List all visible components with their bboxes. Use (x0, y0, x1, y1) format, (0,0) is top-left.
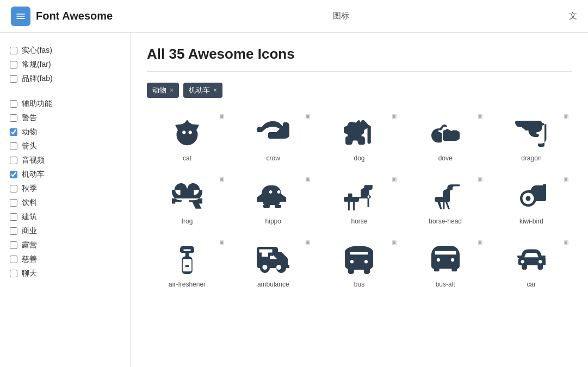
copy-hint-bus-alt: ▣ (478, 239, 482, 245)
icon-cell-frog[interactable]: ▣ frog (147, 174, 227, 232)
icon-car (514, 242, 549, 277)
icon-dove (428, 116, 463, 151)
icon-label-dragon: dragon (521, 154, 541, 162)
logo: Font Awesome (11, 7, 113, 26)
checkbox-charity[interactable] (10, 256, 17, 263)
sidebar-item-far[interactable]: 常规(far) (9, 58, 121, 72)
icon-cell-dove[interactable]: ▣ dove (405, 111, 486, 169)
label-arrow: 箭头 (22, 141, 37, 151)
icon-ambulance (256, 242, 290, 277)
copy-hint-horse: ▣ (392, 176, 397, 182)
app-title: Font Awesome (36, 10, 113, 22)
sidebar-item-accessibility[interactable]: 辅助功能 (9, 97, 121, 111)
checkbox-camping[interactable] (10, 241, 17, 249)
header: Font Awesome 图标 文 (0, 0, 588, 33)
sidebar-item-charity[interactable]: 慈善 (9, 252, 121, 266)
icon-cell-kiwi-bird[interactable]: ▣ kiwi-bird (491, 174, 572, 232)
checkbox-fas[interactable] (10, 47, 17, 54)
main-content: All 35 Awesome Icons 动物 × 机动车 × ▣ (131, 33, 588, 367)
icon-cat (170, 116, 205, 151)
sidebar-item-av[interactable]: 音视频 (9, 153, 121, 167)
label-building: 建筑 (22, 212, 37, 222)
sidebar-item-drink[interactable]: 饮料 (9, 196, 121, 210)
icon-cell-ambulance[interactable]: ▣ ambulance (233, 237, 313, 295)
icon-label-crow: crow (267, 154, 280, 162)
icon-frog (170, 179, 205, 214)
icon-label-horse-head: horse-head (429, 217, 462, 225)
icon-cell-car[interactable]: ▣ car (491, 237, 572, 295)
checkbox-far[interactable] (10, 61, 17, 69)
tag-animal[interactable]: 动物 × (147, 83, 179, 98)
checkbox-chat[interactable] (10, 270, 17, 277)
icon-bus-alt (428, 242, 463, 277)
tag-animal-close[interactable]: × (170, 86, 174, 94)
tag-vehicle[interactable]: 机动车 × (183, 83, 222, 98)
nav-icons[interactable]: 图标 (327, 8, 355, 24)
icon-horse (342, 179, 376, 214)
checkbox-building[interactable] (10, 213, 17, 221)
tag-vehicle-close[interactable]: × (213, 86, 217, 94)
checkbox-fab[interactable] (10, 75, 17, 83)
sidebar-item-fas[interactable]: 实心(fas) (9, 43, 121, 58)
icon-dragon (514, 116, 549, 151)
sidebar-item-autumn[interactable]: 秋季 (9, 182, 121, 196)
checkbox-arrow[interactable] (10, 142, 17, 150)
label-far: 常规(far) (22, 60, 51, 70)
checkbox-alert[interactable] (10, 114, 17, 122)
icon-cell-cat[interactable]: ▣ cat (147, 111, 227, 169)
icon-cell-bus[interactable]: ▣ bus (319, 237, 399, 295)
icon-cell-dog[interactable]: ▣ dog (319, 111, 399, 169)
icon-label-bus: bus (354, 281, 364, 288)
tag-vehicle-label: 机动车 (189, 85, 210, 95)
icon-label-hippo: hippo (265, 217, 281, 225)
tag-animal-label: 动物 (152, 85, 166, 95)
copy-hint-frog: ▣ (219, 176, 224, 182)
label-alert: 警告 (22, 113, 37, 123)
icon-crow (256, 116, 290, 151)
copy-hint-horse-head: ▣ (478, 176, 482, 182)
sidebar-item-building[interactable]: 建筑 (9, 210, 121, 224)
header-right[interactable]: 文 (569, 11, 577, 21)
sidebar-item-fab[interactable]: 品牌(fab) (9, 72, 121, 86)
copy-hint-dog: ▣ (392, 113, 397, 119)
icon-cell-crow[interactable]: ▣ crow (233, 111, 313, 169)
sidebar-item-arrow[interactable]: 箭头 (9, 139, 121, 153)
sidebar-item-chat[interactable]: 聊天 (9, 266, 121, 281)
copy-hint-cat: ▣ (219, 113, 224, 119)
icon-label-ambulance: ambulance (257, 281, 289, 288)
icon-horse-head (428, 179, 463, 214)
icons-grid: ▣ cat ▣ crow ▣ (147, 111, 572, 295)
icon-cell-horse-head[interactable]: ▣ horse-head (405, 174, 486, 232)
checkbox-vehicle[interactable] (10, 171, 17, 178)
label-business: 商业 (22, 226, 37, 236)
icon-dog (342, 116, 376, 151)
sidebar-item-animal[interactable]: 动物 (9, 125, 121, 139)
icon-air-freshener (170, 242, 205, 277)
sidebar-item-alert[interactable]: 警告 (9, 111, 121, 125)
style-filter-group: 实心(fas) 常规(far) 品牌(fab) (9, 43, 121, 86)
copy-hint-dove: ▣ (478, 113, 482, 119)
sidebar-item-vehicle[interactable]: 机动车 (9, 167, 121, 182)
icon-cell-bus-alt[interactable]: ▣ bus-alt (405, 237, 486, 295)
checkbox-business[interactable] (10, 227, 17, 235)
checkbox-drink[interactable] (10, 199, 17, 207)
checkbox-animal[interactable] (10, 128, 17, 136)
icon-cell-horse[interactable]: ▣ horse (319, 174, 399, 232)
icon-cell-hippo[interactable]: ▣ hippo (233, 174, 313, 232)
icon-cell-air-freshener[interactable]: ▣ air-freshener (147, 237, 227, 295)
icon-label-horse: horse (351, 217, 367, 225)
icon-cell-dragon[interactable]: ▣ dragon (491, 111, 572, 169)
sidebar-item-camping[interactable]: 露营 (9, 238, 121, 252)
checkbox-autumn[interactable] (10, 185, 17, 192)
label-animal: 动物 (22, 127, 37, 137)
checkbox-accessibility[interactable] (10, 100, 17, 108)
copy-hint-kiwi-bird: ▣ (564, 176, 568, 182)
copy-hint-crow: ▣ (305, 113, 310, 119)
main-layout: 实心(fas) 常规(far) 品牌(fab) 辅助功能 警告 动物 (0, 33, 588, 367)
icon-label-bus-alt: bus-alt (436, 281, 455, 288)
sidebar-item-business[interactable]: 商业 (9, 224, 121, 238)
icon-label-air-freshener: air-freshener (169, 281, 206, 288)
checkbox-av[interactable] (10, 157, 17, 164)
divider (147, 71, 572, 72)
active-tags: 动物 × 机动车 × (147, 83, 572, 98)
